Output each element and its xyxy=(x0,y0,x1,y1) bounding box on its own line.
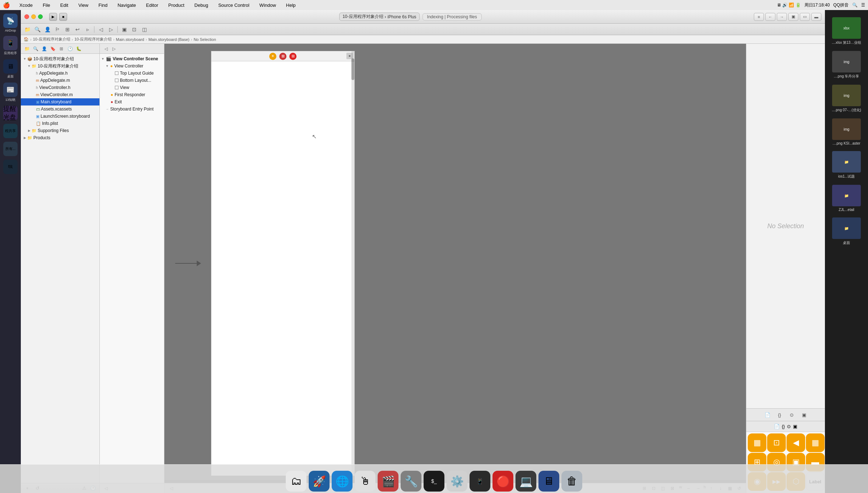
tree-file-appdelegatem[interactable]: m AppDelegate.m xyxy=(21,77,99,84)
tree-root[interactable]: ▼ 📦 10-应用程序对象介绍 xyxy=(21,55,99,62)
menu-file[interactable]: File xyxy=(41,2,52,9)
nav-grid-btn[interactable]: ⊞ xyxy=(57,45,65,52)
scheme-selector[interactable]: 10-应用程序对象介绍 › iPhone 6s Plus xyxy=(339,13,419,21)
identity-btn[interactable]: ⊙ xyxy=(787,410,797,419)
dock-quicktime[interactable]: 🎬 xyxy=(378,471,398,492)
menu-navigate[interactable]: Navigate xyxy=(115,2,138,9)
tree-file-viewcontrollerm[interactable]: m ViewController.m xyxy=(21,91,99,98)
vertical-scrollbar[interactable] xyxy=(351,51,354,475)
play-icon[interactable]: ▹ xyxy=(83,25,92,33)
menu-debug[interactable]: Debug xyxy=(192,2,210,9)
menu-window[interactable]: Window xyxy=(257,2,278,9)
editor-mode-1[interactable]: ▣ xyxy=(120,25,129,33)
dock-safari[interactable]: 🌐 xyxy=(332,471,353,492)
menubar-menu-icon[interactable]: ☰ xyxy=(861,3,865,8)
desktop-icon-apps[interactable]: 📱 应用程序 xyxy=(3,36,18,56)
apple-menu[interactable]: 🍎 xyxy=(3,2,10,9)
breadcrumb-group[interactable]: 10-应用程序对象介绍 xyxy=(74,37,112,42)
breadcrumb-storyboard[interactable]: Main.storyboard xyxy=(116,37,144,42)
desktop-right-folder-ios[interactable]: 📁 ios1...试题 xyxy=(829,151,864,179)
dock-remote[interactable]: 🖥 xyxy=(538,471,559,492)
undo-icon[interactable]: ↩ xyxy=(73,25,82,33)
desktop-right-item-img3[interactable]: img ....png KSI...aster xyxy=(829,118,864,145)
menubar-search-icon[interactable]: 🔍 xyxy=(852,3,858,8)
desktop-icon-news[interactable]: 📰 13知晓 xyxy=(3,83,18,102)
menu-help[interactable]: Help xyxy=(284,2,298,9)
dock-finder[interactable]: 🗂 xyxy=(286,471,307,492)
dock-preferences[interactable]: ⚙️ xyxy=(447,471,467,492)
menu-view[interactable]: View xyxy=(76,2,90,9)
tree-file-assets[interactable]: 🗃 Assets.xcassets xyxy=(21,105,99,113)
scene-nav-btn[interactable]: ◁ xyxy=(102,45,110,52)
close-button[interactable] xyxy=(24,14,29,19)
dock-launchpad[interactable]: 🚀 xyxy=(309,471,330,492)
menu-edit[interactable]: Edit xyxy=(58,2,70,9)
storyboard-canvas[interactable]: ☀ ⊠ ⊞ ≡ ↖ xyxy=(164,44,746,483)
minimize-button[interactable] xyxy=(31,14,36,19)
dock-app-1[interactable]: 📱 xyxy=(470,471,490,492)
scrollbar-thumb[interactable] xyxy=(351,58,354,80)
tree-group-products[interactable]: ▶ 📁 Products xyxy=(21,134,99,141)
tree-file-mainstoryboard[interactable]: ▣ Main.storyboard xyxy=(21,98,99,105)
lib-icon-btn-1[interactable]: 📄 xyxy=(774,424,780,429)
grid-icon[interactable]: ⊞ xyxy=(63,25,72,33)
editor-mode-3[interactable]: ◫ xyxy=(140,25,149,33)
dock-tools[interactable]: 🔧 xyxy=(401,471,421,492)
desktop-right-item-img2[interactable]: img ....png 07-…(优化) xyxy=(829,85,864,113)
desktop-icon-desktop[interactable]: 🖥 桌面 xyxy=(3,59,18,79)
nav-bookmark-btn[interactable]: 🔖 xyxy=(49,45,57,52)
tree-file-launchscreen[interactable]: ▣ LaunchScreen.storyboard xyxy=(21,113,99,120)
nav-clock-btn[interactable]: 🕐 xyxy=(66,45,74,52)
vc-icon-red-1[interactable]: ⊠ xyxy=(279,53,286,60)
inspector-toggle[interactable]: ▬ xyxy=(811,13,821,21)
tree-file-appdelegateh[interactable]: h AppDelegate.h xyxy=(21,70,99,77)
attributes-btn[interactable]: ▣ xyxy=(799,410,809,419)
lib-icon-btn-2[interactable]: {} xyxy=(782,424,785,429)
desktop-right-item-img1[interactable]: img ....png 车丹分享 xyxy=(829,51,864,79)
menu-find[interactable]: Find xyxy=(96,2,109,9)
desktop-icon-airdrop[interactable]: 📡 AirDrop xyxy=(3,14,18,32)
scene-bottom-layout[interactable]: Bottom Layout... xyxy=(100,77,164,84)
desktop-icon-share[interactable]: 程共享 xyxy=(3,124,18,138)
object-item-2[interactable]: ⊡ xyxy=(767,433,786,452)
layout-button-2[interactable]: ▭ xyxy=(800,13,810,21)
folder-icon[interactable]: 📁 xyxy=(23,25,32,33)
nav-user-btn[interactable]: 👤 xyxy=(40,45,48,52)
menu-xcode[interactable]: Xcode xyxy=(17,2,35,9)
scene-vc[interactable]: ▼ ● View Controller xyxy=(100,62,164,70)
tree-file-viewcontrollerh[interactable]: h ViewController.h xyxy=(21,84,99,91)
scene-top-layout[interactable]: Top Layout Guide xyxy=(100,70,164,77)
file-inspector-btn[interactable]: 📄 xyxy=(763,410,772,419)
editor-right[interactable]: ▷ xyxy=(107,25,115,33)
nav-bug-btn[interactable]: 🐛 xyxy=(75,45,83,52)
scene-entry-point[interactable]: → Storyboard Entry Point xyxy=(100,105,164,113)
object-item-1[interactable]: ▦ xyxy=(748,433,766,452)
lib-icon-btn-4[interactable]: ▣ xyxy=(793,424,797,429)
tree-file-infoplist[interactable]: 📋 Info.plist xyxy=(21,120,99,127)
menu-source-control[interactable]: Source Control xyxy=(216,2,252,9)
scene-first-responder[interactable]: ● First Responder xyxy=(100,91,164,98)
dock-terminal[interactable]: $_ xyxy=(424,471,444,492)
view-controller-canvas[interactable]: ☀ ⊠ ⊞ ≡ ↖ xyxy=(211,51,355,476)
breadcrumb-storyboard-base[interactable]: Main.storyboard (Base) xyxy=(148,37,189,42)
desktop-icon-remind[interactable]: 提醒光盘 xyxy=(3,106,18,120)
tree-group-1[interactable]: ▼ 📁 10-应用程序对象介绍 xyxy=(21,62,99,70)
breadcrumb-project[interactable]: 10-应用程序对象介绍 xyxy=(33,37,70,42)
layout-button-1[interactable]: ▣ xyxy=(788,13,798,21)
dock-mouse[interactable]: 🖱 xyxy=(355,471,375,492)
run-button[interactable]: ▶ xyxy=(49,13,57,21)
desktop-right-folder-zjl[interactable]: 📁 ZJL...etail xyxy=(829,185,864,212)
stop-button[interactable]: ■ xyxy=(59,13,67,21)
object-item-3[interactable]: ◀ xyxy=(787,433,805,452)
vc-icon-red-2[interactable]: ⊞ xyxy=(289,53,297,60)
flag-icon[interactable]: 🏳 xyxy=(53,25,62,33)
desktop-right-folder-desktop[interactable]: 📁 桌面 xyxy=(829,217,864,245)
search-icon[interactable]: 🔍 xyxy=(33,25,42,33)
dock-trash[interactable]: 🗑 xyxy=(561,471,582,492)
tree-group-supporting[interactable]: ▶ 📁 Supporting Files xyxy=(21,127,99,134)
menu-product[interactable]: Product xyxy=(166,2,187,9)
scene-nav-btn-2[interactable]: ▷ xyxy=(110,45,118,52)
lib-icon-btn-3[interactable]: ⊙ xyxy=(787,424,791,429)
nav-folder-btn[interactable]: 📁 xyxy=(23,45,31,52)
object-item-4[interactable]: ▦ xyxy=(806,433,825,452)
